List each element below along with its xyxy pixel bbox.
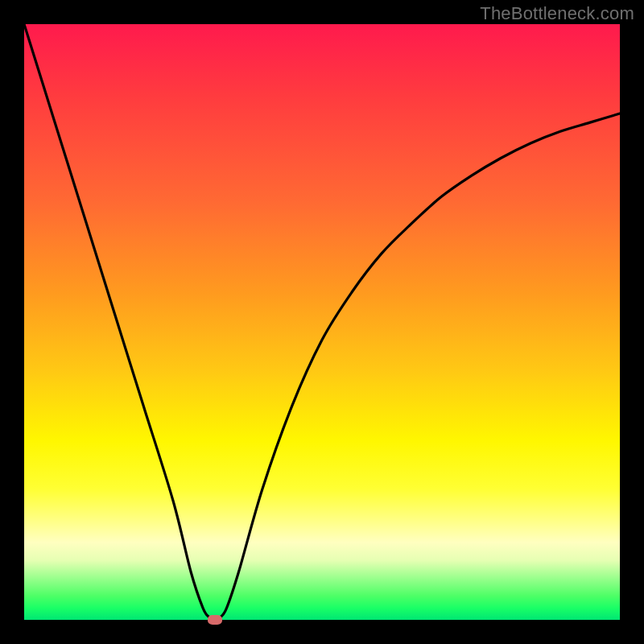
plot-area <box>24 24 620 620</box>
watermark-text: TheBottleneck.com <box>480 3 634 24</box>
optimal-point-marker <box>208 615 222 625</box>
bottleneck-curve <box>24 24 620 620</box>
chart-frame: TheBottleneck.com <box>0 0 644 644</box>
curve-path <box>24 24 620 620</box>
